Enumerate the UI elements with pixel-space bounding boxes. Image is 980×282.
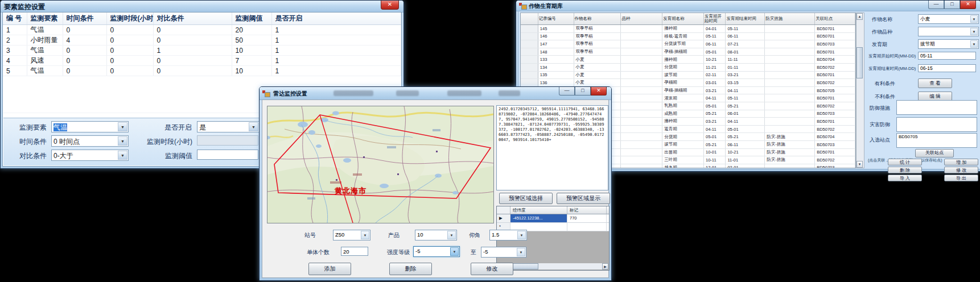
crop-table-row[interactable]: 135 小麦 拔节期 02-11 03-21 BD50701 [521, 71, 855, 79]
column-header[interactable]: 编 号 [3, 13, 27, 25]
crop-table-row[interactable]: 133 小麦 播种期 10-21 11-11 BD50704 [521, 56, 855, 64]
map-view[interactable]: 黄北海市 [267, 106, 494, 223]
disaster-textarea[interactable] [896, 117, 977, 132]
table-row[interactable]: 1 气温 0 0 0 20 1 [3, 25, 401, 35]
region-display-button[interactable]: 预警区域显示 [557, 193, 610, 204]
elevation-combo[interactable]: 1.5 ▼ [489, 230, 527, 240]
crop-table-row[interactable]: 146 双季早稻 移栽-返青期 05-11 06-11 BD50701 [521, 32, 855, 40]
minimize-button[interactable]: — [928, 1, 944, 9]
column-header[interactable]: 作物名称 [574, 13, 621, 25]
product-combo[interactable]: 10 ▼ [415, 230, 457, 240]
row-selector[interactable]: ▶ [497, 214, 510, 222]
add-button[interactable]: 添加 [308, 263, 351, 275]
titlebar-glass-artifact [447, 90, 481, 96]
defense-textarea[interactable] [896, 100, 977, 115]
action-button[interactable]: 修 改 [944, 167, 978, 173]
close-button[interactable]: ✕ [591, 87, 607, 96]
minimize-button[interactable]: — [559, 87, 575, 96]
chevron-down-icon[interactable]: ▼ [118, 136, 127, 146]
chevron-down-icon[interactable]: ▼ [249, 122, 258, 131]
chevron-down-icon[interactable]: ▼ [970, 40, 978, 48]
column-header[interactable]: 标记 [567, 206, 607, 214]
column-header[interactable]: 记录编号 [538, 13, 574, 25]
element-monitor-titlebar[interactable]: 要素监控设置 ✕ [1, 1, 403, 13]
vertical-scrollbar[interactable]: ▲ ▼ [856, 13, 864, 168]
cell-count-input[interactable]: 20 [341, 247, 368, 256]
crop-table-row[interactable]: 134 小麦 分蘖期 11-21 01-11 BD50702 [521, 63, 855, 71]
crop-table-row[interactable]: 136 小麦 孕穗期 03-01 03-15 BD50702 [521, 79, 855, 87]
chevron-down-icon[interactable]: ▼ [118, 122, 127, 131]
action-button[interactable]: 导 入 [888, 175, 922, 181]
stations-textarea[interactable]: BD50705 [896, 133, 977, 148]
action-button[interactable]: 统 计 [888, 159, 922, 165]
delete-button[interactable]: 删除 [389, 263, 432, 275]
polygon-coordinates-textarea[interactable]: 2492.01720345712, 905914.11117941, 63468… [496, 105, 608, 190]
column-header[interactable] [521, 13, 538, 25]
column-header[interactable]: 监测阈值 [232, 13, 271, 25]
action-button[interactable]: 增 加 [944, 159, 978, 165]
region-grid-row[interactable]: ▶ -45122.12238... 770 [497, 214, 609, 223]
table-row[interactable]: 5 气温 0 0 0 10 1 [3, 66, 401, 76]
enabled-combo[interactable]: 是 ▼ [197, 121, 260, 132]
column-header[interactable]: 品种 [621, 13, 662, 25]
close-button[interactable]: ✕ [960, 1, 976, 9]
crop-table-row[interactable]: 147 双季早稻 分蘖拔节期 06-11 07-21 BD50703 [521, 40, 855, 48]
table-row[interactable]: 3 气温 0 0 1 10 1 [3, 45, 401, 56]
intensity-from-combo[interactable]: -5 ▼ [413, 246, 460, 257]
column-header[interactable]: 是否开启 [271, 13, 401, 25]
chevron-down-icon[interactable]: ▼ [361, 231, 369, 239]
chevron-down-icon[interactable]: ▼ [450, 247, 459, 256]
period-combo[interactable]: 拔节期 ▼ [918, 39, 979, 49]
start-time-input[interactable]: 05-11 [918, 52, 976, 60]
column-header[interactable]: 发育期开始时间 [704, 13, 726, 25]
window-title: 作物生育期库 [529, 2, 563, 10]
column-header[interactable]: 关联站点 [815, 13, 855, 25]
crop-table-row[interactable]: 148 双季早稻 孕穗-抽穗期 05-01 08-01 BD50701 [521, 48, 855, 56]
column-header[interactable]: 发育期结束时间 [726, 13, 765, 25]
element-combo[interactable]: 气温 ▼ [51, 121, 129, 132]
maximize-button[interactable]: □ [575, 87, 591, 96]
column-header[interactable]: 对比条件 [153, 13, 232, 25]
crop-table-row[interactable]: 145 双季早稻 播种期 04-01 05-11 BD50701 [521, 25, 855, 33]
associate-stations-button[interactable]: 关联站点 [915, 149, 954, 157]
time-combo[interactable]: 0 时间点 ▼ [51, 135, 129, 147]
column-header[interactable]: 经纬度 [510, 206, 567, 214]
crop-window-titlebar[interactable]: 作物生育期库 — □ ✕ [516, 1, 980, 11]
chevron-down-icon[interactable]: ▼ [517, 248, 525, 256]
favorable-view-button[interactable]: 查 看 [918, 78, 952, 88]
region-select-button[interactable]: 预警区域选择 [499, 193, 553, 204]
variety-combo[interactable]: ▼ [918, 27, 979, 36]
table-row[interactable]: 4 风速 0 0 0 7 1 [3, 56, 401, 66]
horizontal-scrollbar[interactable]: ◀ ▶ [497, 263, 608, 269]
radar-monitor-window: 雷达监控设置 — □ ✕ [259, 86, 612, 281]
chevron-down-icon[interactable]: ▼ [447, 231, 456, 239]
modify-button[interactable]: 修改 [471, 263, 513, 275]
end-time-input[interactable]: 06-15 [918, 64, 976, 72]
chevron-down-icon[interactable]: ▼ [970, 28, 978, 35]
column-header[interactable]: 监测要素 [27, 13, 63, 25]
period-input[interactable] [197, 135, 258, 146]
scroll-up-icon[interactable]: ▲ [857, 13, 863, 20]
crop-name-combo[interactable]: 小麦 ▼ [918, 14, 979, 24]
scrollbar-thumb[interactable] [857, 47, 863, 78]
station-combo[interactable]: Z50 ▼ [333, 230, 370, 240]
monitor-table[interactable]: 编 号监测要素时间条件监测时段(小时)对比条件监测阈值是否开启 1 气温 0 0… [3, 13, 401, 76]
compare-combo[interactable]: 0-大于 ▼ [51, 150, 129, 161]
chevron-down-icon[interactable]: ▼ [970, 15, 978, 23]
intensity-to-combo[interactable]: -5 ▼ [481, 247, 526, 258]
column-header[interactable]: 时间条件 [63, 13, 106, 25]
column-header[interactable]: 发育期名称 [662, 13, 704, 25]
maximize-button[interactable]: □ [944, 1, 960, 9]
column-header[interactable]: 监测时段(小时) [106, 13, 153, 25]
close-button[interactable]: ✕ [381, 1, 399, 10]
scroll-down-icon[interactable]: ▼ [857, 161, 863, 168]
chevron-down-icon[interactable]: ▼ [118, 151, 127, 160]
radar-window-titlebar[interactable]: 雷达监控设置 — □ ✕ [260, 87, 611, 100]
table-row[interactable]: 2 小时雨量 4 0 0 50 1 [3, 35, 401, 45]
threshold-input[interactable] [197, 150, 258, 160]
action-button[interactable]: 导 出 [944, 175, 978, 181]
scroll-right-icon[interactable]: ▶ [602, 263, 608, 269]
chevron-down-icon[interactable]: ▼ [517, 231, 526, 239]
action-button[interactable]: 删 除 [888, 167, 922, 173]
column-header[interactable]: 防灾措施 [765, 13, 815, 25]
